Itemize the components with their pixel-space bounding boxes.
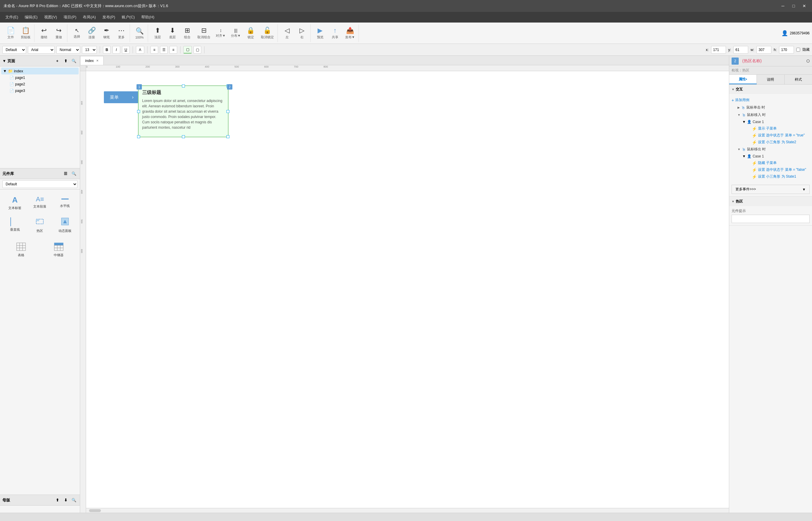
canvas-wrapper[interactable]: 0 100 200 300 400 500 600 700 800 100 20… bbox=[80, 65, 729, 513]
handle-tm[interactable] bbox=[182, 85, 185, 88]
y-input[interactable]: 61 bbox=[733, 46, 748, 54]
menu-button-element[interactable]: 菜单 › bbox=[104, 91, 140, 103]
handle-br[interactable] bbox=[227, 135, 230, 138]
close-button[interactable]: ✕ bbox=[800, 2, 808, 10]
event-mouseout[interactable]: ▼ 🖱 鼠标移出 时 bbox=[731, 145, 810, 153]
more-tools-button[interactable]: ⋯ 更多 bbox=[114, 24, 129, 42]
fill-color-button[interactable]: ▢ bbox=[184, 46, 192, 54]
pages-add-button[interactable]: + bbox=[54, 58, 61, 65]
event-mouseover[interactable]: ▼ 🖱 鼠标移入 时 bbox=[731, 111, 810, 119]
text-color-button[interactable]: A bbox=[136, 46, 144, 54]
menu-file[interactable]: 文件(E) bbox=[2, 13, 21, 21]
handle-ml[interactable] bbox=[137, 110, 140, 113]
action-set-selected-false[interactable]: ⚡ 设置 选中状态于 菜单 = "false" bbox=[731, 166, 810, 173]
italic-button[interactable]: I bbox=[112, 46, 120, 54]
page-item-page1[interactable]: 📄 page1 bbox=[1, 74, 79, 81]
comp-table[interactable]: 表格 bbox=[2, 240, 40, 260]
page-root-index[interactable]: ▼ 📁 index bbox=[1, 68, 79, 74]
menu-layout[interactable]: 布局(A) bbox=[80, 13, 99, 21]
ungroup-button[interactable]: ⊟ 取消组合 bbox=[195, 24, 213, 42]
more-events-button[interactable]: 更多事件>>> ▼ bbox=[731, 185, 810, 194]
left-button[interactable]: ◁ 左 bbox=[280, 24, 294, 42]
font-select[interactable]: Arial bbox=[28, 46, 55, 54]
undo-button[interactable]: ↩ 撤销 bbox=[37, 24, 51, 42]
size-select[interactable]: 13 bbox=[82, 46, 97, 54]
menu-edit[interactable]: 编辑(E) bbox=[22, 13, 40, 21]
canvas[interactable]: 菜单 › 三级标题 Lorem ipsum dolor sit amet, co… bbox=[86, 71, 729, 513]
right-button[interactable]: ▷ 右 bbox=[295, 24, 309, 42]
send-back-button[interactable]: ⬇ 底层 bbox=[165, 24, 179, 42]
interaction-header[interactable]: ▼ 交互 bbox=[729, 85, 812, 94]
action-set-selected-true[interactable]: ⚡ 设置 选中状态于 菜单 = "true" bbox=[731, 132, 810, 139]
inspect-expand-icon[interactable]: ⬡ bbox=[806, 59, 810, 63]
distribute-button[interactable]: ||| 分布▼ bbox=[229, 24, 243, 42]
maximize-button[interactable]: □ bbox=[789, 2, 798, 10]
lock-button[interactable]: 🔒 锁定 bbox=[244, 24, 258, 42]
handle-bl[interactable] bbox=[137, 135, 140, 138]
comp-dynamic[interactable]: 动态面板 bbox=[54, 215, 76, 235]
username[interactable]: 2863579496 bbox=[790, 31, 810, 35]
tab-close-icon[interactable]: ✕ bbox=[96, 59, 99, 62]
handle-mr[interactable] bbox=[227, 110, 230, 113]
weight-select[interactable]: Normal bbox=[57, 46, 80, 54]
hidden-checkbox[interactable] bbox=[796, 48, 800, 52]
underline-button[interactable]: U bbox=[122, 46, 130, 54]
comp-text-label[interactable]: A 文本标签 bbox=[4, 193, 26, 212]
unlock-button[interactable]: 🔓 取消锁定 bbox=[258, 24, 276, 42]
masters-search-button[interactable]: 🔍 bbox=[70, 497, 78, 504]
w-input[interactable]: 307 bbox=[756, 46, 771, 54]
hscrollbar-thumb[interactable] bbox=[89, 509, 101, 512]
event-mouseclick[interactable]: ▶ 🖱 鼠标单击 时 bbox=[731, 104, 810, 111]
pages-search-button[interactable]: 🔍 bbox=[70, 58, 78, 65]
comp-search-button[interactable]: 🔍 bbox=[70, 170, 78, 177]
align-center-button[interactable]: ☰ bbox=[160, 46, 168, 54]
menu-account[interactable]: 账户(C) bbox=[119, 13, 138, 21]
preview-button[interactable]: ▶ 预览 bbox=[313, 24, 327, 42]
pages-import-button[interactable]: ⬆ bbox=[62, 58, 69, 65]
textbox-element[interactable]: 三级标题 Lorem ipsum dolor sit amet, consect… bbox=[138, 85, 229, 137]
select-button[interactable]: ↖ 选择 bbox=[70, 24, 84, 42]
action-show[interactable]: ⚡ 显示 子菜单 bbox=[731, 125, 810, 132]
group-button[interactable]: ⊞ 组合 bbox=[180, 24, 194, 42]
align-button[interactable]: ⫶ 对齐▼ bbox=[213, 24, 228, 42]
comp-hline[interactable]: ━━ 水平线 bbox=[54, 193, 76, 212]
x-input[interactable]: 171 bbox=[711, 46, 726, 54]
page-item-page2[interactable]: 📄 page2 bbox=[1, 81, 79, 88]
hotarea-header[interactable]: ▼ 热区 bbox=[729, 197, 812, 206]
comp-menu-button[interactable]: ☰ bbox=[62, 170, 69, 177]
comp-hotspot[interactable]: 热区 bbox=[28, 215, 51, 235]
comp-table2[interactable]: 中继器 bbox=[40, 240, 78, 260]
tab-index[interactable]: index ✕ bbox=[80, 56, 104, 65]
comp-vline[interactable]: 垂直线 bbox=[4, 215, 26, 235]
handle-bm[interactable] bbox=[182, 135, 185, 138]
case1-mouseout[interactable]: ▼ 👤 Case 1 bbox=[731, 153, 810, 160]
redo-button[interactable]: ↪ 重做 bbox=[52, 24, 66, 42]
hint-input[interactable] bbox=[731, 215, 810, 223]
menu-publish[interactable]: 发布(P) bbox=[100, 13, 118, 21]
align-right-button[interactable]: ≡ bbox=[169, 46, 177, 54]
page-item-page3[interactable]: 📄 page3 bbox=[1, 88, 79, 94]
bold-button[interactable]: B bbox=[103, 46, 111, 54]
case1-mouseover[interactable]: ▼ 👤 Case 1 bbox=[731, 119, 810, 125]
masters-import-button[interactable]: ⬆ bbox=[54, 497, 61, 504]
menu-view[interactable]: 视图(V) bbox=[41, 13, 60, 21]
tab-notes[interactable]: 说明 bbox=[757, 75, 784, 84]
menu-help[interactable]: 帮助(H) bbox=[138, 13, 157, 21]
add-case-link[interactable]: + 添加用例 bbox=[731, 96, 810, 104]
h-input[interactable]: 170 bbox=[779, 46, 794, 54]
action-hide[interactable]: ⚡ 隐藏 子菜单 bbox=[731, 160, 810, 166]
export-button[interactable]: 📤 发布▼ bbox=[343, 24, 357, 42]
pen-button[interactable]: ✒ 钢笔 bbox=[100, 24, 114, 42]
hscrollbar[interactable] bbox=[86, 508, 729, 513]
share-button[interactable]: ↑ 共享 bbox=[328, 24, 342, 42]
tab-properties[interactable]: 属性 • bbox=[729, 75, 757, 84]
minimize-button[interactable]: ─ bbox=[779, 2, 787, 10]
align-left-button[interactable]: ≡ bbox=[150, 46, 158, 54]
comp-text-para[interactable]: A≡ 文本段落 bbox=[28, 193, 51, 212]
action-set-state1[interactable]: ⚡ 设置 小三角形 为 State1 bbox=[731, 173, 810, 180]
bring-front-button[interactable]: ⬆ 顶层 bbox=[150, 24, 165, 42]
comp-filter-select[interactable]: Default bbox=[2, 180, 78, 188]
style-select[interactable]: Default bbox=[2, 46, 26, 54]
zoom-button[interactable]: 🔍 100% bbox=[132, 24, 147, 42]
border-color-button[interactable]: ▢ bbox=[193, 46, 201, 54]
